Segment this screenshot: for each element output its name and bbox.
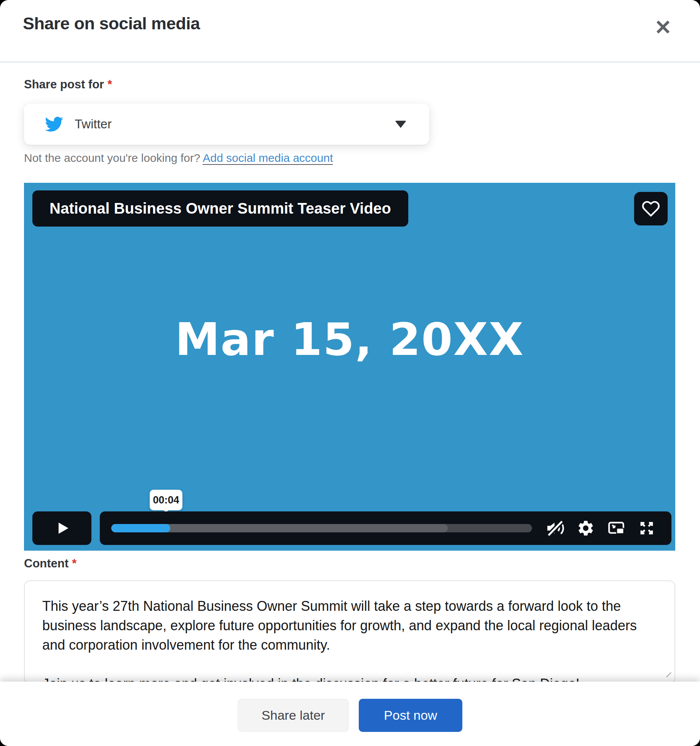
video-player[interactable]: National Business Owner Summit Teaser Vi…: [24, 183, 675, 551]
share-later-button[interactable]: Share later: [238, 699, 349, 732]
progress-bar[interactable]: [111, 524, 532, 532]
content-textarea[interactable]: This year’s 27th National Business Owner…: [24, 580, 675, 684]
close-button[interactable]: [652, 16, 674, 38]
progress-played: [111, 524, 170, 532]
video-frame-text: Mar 15, 20XX: [24, 313, 675, 366]
play-button[interactable]: [32, 511, 91, 545]
helper-text: Not the account you're looking for?: [24, 152, 200, 164]
video-control-icons: [546, 519, 656, 538]
account-helper: Not the account you're looking for? Add …: [24, 152, 333, 165]
required-asterisk: *: [107, 78, 112, 91]
account-select[interactable]: Twitter: [24, 104, 429, 145]
modal-footer: Share later Post now: [0, 682, 700, 746]
fullscreen-button[interactable]: [637, 519, 656, 538]
caret-down-icon: [395, 121, 406, 128]
add-social-account-link[interactable]: Add social media account: [203, 152, 333, 165]
settings-button[interactable]: [576, 519, 595, 538]
mute-button[interactable]: [546, 519, 565, 538]
share-post-for-label: Share post for*: [24, 78, 112, 91]
modal-title: Share on social media: [23, 14, 200, 34]
share-modal: Share on social media Share post for* Tw…: [0, 0, 700, 746]
volume-muted-icon: [546, 519, 565, 538]
post-now-button[interactable]: Post now: [359, 699, 462, 732]
selected-account-label: Twitter: [75, 117, 112, 131]
video-title-badge: National Business Owner Summit Teaser Vi…: [32, 190, 408, 227]
close-icon: [652, 16, 674, 38]
picture-in-picture-button[interactable]: [607, 519, 626, 538]
content-label: Content*: [24, 557, 77, 570]
video-control-bar: [100, 511, 671, 545]
header-divider: [0, 62, 700, 62]
heart-outline-icon: [642, 200, 660, 218]
twitter-bird-icon: [45, 115, 63, 133]
settings-gear-icon: [577, 519, 595, 537]
required-asterisk: *: [72, 557, 77, 570]
favorite-button[interactable]: [634, 192, 668, 225]
time-tooltip: 00:04: [150, 490, 182, 510]
play-icon: [54, 520, 70, 537]
picture-in-picture-icon: [607, 519, 626, 538]
resize-handle-icon[interactable]: [663, 669, 673, 679]
fullscreen-icon: [638, 519, 656, 537]
